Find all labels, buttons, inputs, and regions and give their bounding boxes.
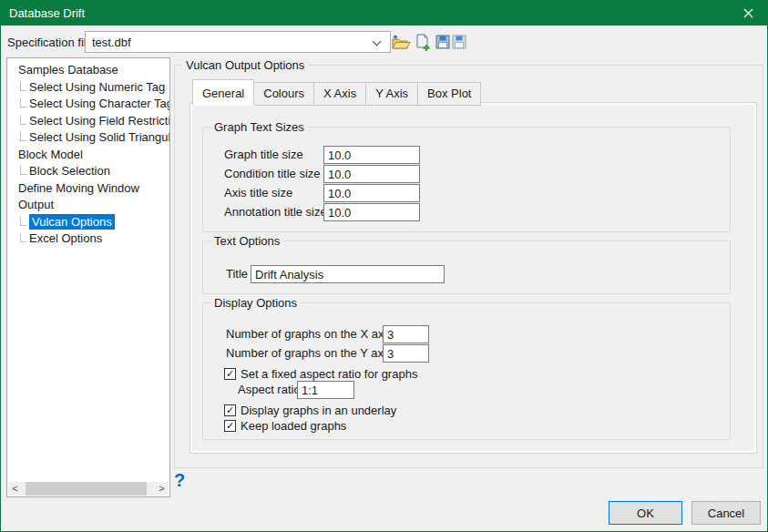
group-text-options: Text Options Title — [202, 240, 731, 294]
keep-loaded-label: Keep loaded graphs — [241, 419, 346, 433]
aspect-ratio-label: Aspect ratio — [238, 381, 301, 400]
tab-colours[interactable]: Colours — [254, 82, 314, 106]
scroll-left-arrow-icon[interactable]: < — [8, 482, 22, 496]
tree-item-select-solid-triangulation[interactable]: Select Using Solid Triangulation — [7, 129, 169, 147]
aspect-ratio-input[interactable] — [297, 381, 354, 399]
settings-tree-panel: Samples Database Select Using Numeric Ta… — [6, 57, 170, 497]
display-options-title: Display Options — [210, 296, 301, 310]
open-file-button[interactable] — [391, 32, 411, 52]
tree-horizontal-scrollbar[interactable]: < > — [8, 482, 169, 496]
save-icon — [435, 35, 450, 49]
spec-file-value: test.dbf — [92, 36, 131, 49]
fixed-aspect-checkbox[interactable]: ✓ — [224, 368, 236, 380]
check-icon: ✓ — [226, 421, 234, 431]
tab-x-axis[interactable]: X Axis — [314, 82, 366, 106]
tree-item-define-moving-window[interactable]: Define Moving Window — [7, 180, 169, 198]
text-options-title: Text Options — [210, 234, 283, 248]
x-graphs-input[interactable] — [383, 325, 429, 343]
database-drift-dialog: Database Drift Specification file (*.dpf… — [0, 0, 768, 532]
close-button[interactable] — [729, 1, 767, 26]
open-folder-icon — [392, 34, 411, 50]
scroll-right-arrow-icon[interactable]: > — [155, 482, 169, 496]
tree-item-block-selection[interactable]: Block Selection — [7, 163, 169, 180]
spec-file-combobox[interactable]: test.dbf — [85, 31, 391, 53]
tree-item-output[interactable]: Output — [7, 197, 169, 214]
graph-title-size-input[interactable] — [323, 146, 420, 164]
fixed-aspect-checkbox-row: ✓ Set a fixed aspect ratio for graphs — [224, 366, 417, 381]
tab-box-plot[interactable]: Box Plot — [418, 82, 481, 106]
x-graphs-label: Number of graphs on the X axis — [226, 325, 393, 344]
annotation-title-size-label: Annotation title size — [224, 203, 327, 222]
title-input[interactable] — [251, 265, 445, 283]
window-title: Database Drift — [9, 6, 85, 20]
scrollbar-track[interactable] — [22, 482, 155, 496]
keep-loaded-checkbox[interactable]: ✓ — [224, 420, 236, 432]
check-icon: ✓ — [226, 405, 234, 415]
axis-title-size-label: Axis title size — [224, 184, 292, 203]
tab-general[interactable]: General — [192, 79, 254, 106]
new-file-button[interactable] — [413, 32, 433, 52]
help-icon[interactable]: ? — [174, 470, 185, 491]
tree-item-select-field-restriction[interactable]: Select Using Field Restriction — [7, 113, 169, 130]
new-file-icon — [415, 34, 431, 51]
close-icon — [743, 8, 753, 18]
tree-item-select-character-tag[interactable]: Select Using Character Tag — [7, 96, 169, 113]
tree-item-samples-database[interactable]: Samples Database — [7, 62, 169, 79]
condition-title-size-input[interactable] — [323, 165, 420, 183]
axis-title-size-input[interactable] — [323, 184, 420, 202]
underlay-checkbox[interactable]: ✓ — [224, 404, 236, 416]
titlebar: Database Drift — [1, 1, 767, 26]
ok-button[interactable]: OK — [609, 501, 682, 525]
save-as-button[interactable] — [449, 32, 469, 52]
tree-item-block-model[interactable]: Block Model — [7, 147, 169, 164]
fixed-aspect-label: Set a fixed aspect ratio for graphs — [241, 367, 417, 381]
vulcan-output-options-title: Vulcan Output Options — [182, 58, 308, 72]
y-graphs-label: Number of graphs on the Y axis — [226, 344, 392, 363]
tree-item-vulcan-options[interactable]: Vulcan Options — [7, 214, 169, 231]
condition-title-size-label: Condition title size — [224, 165, 321, 184]
cancel-button[interactable]: Cancel — [691, 501, 761, 525]
title-label: Title — [226, 265, 248, 284]
tree-item-excel-options[interactable]: Excel Options — [7, 230, 169, 248]
annotation-title-size-input[interactable] — [323, 203, 420, 221]
y-graphs-input[interactable] — [383, 344, 429, 363]
check-icon: ✓ — [226, 369, 234, 379]
tree-item-select-numeric-tag[interactable]: Select Using Numeric Tag — [7, 79, 169, 97]
general-tab-page: Graph Text Sizes Graph title size Condit… — [189, 102, 757, 454]
keep-loaded-checkbox-row: ✓ Keep loaded graphs — [224, 418, 346, 433]
underlay-checkbox-row: ✓ Display graphs in an underlay — [224, 403, 396, 417]
save-as-icon — [452, 35, 466, 49]
group-display-options: Display Options Number of graphs on the … — [202, 302, 731, 440]
tab-y-axis[interactable]: Y Axis — [366, 82, 418, 106]
graph-title-size-label: Graph title size — [224, 146, 303, 165]
scrollbar-thumb[interactable] — [26, 482, 147, 496]
underlay-label: Display graphs in an underlay — [241, 404, 396, 417]
graph-text-sizes-title: Graph Text Sizes — [210, 120, 308, 134]
output-tabs: General Colours X Axis Y Axis Box Plot — [192, 82, 481, 106]
chevron-down-icon — [373, 37, 382, 46]
group-graph-text-sizes: Graph Text Sizes Graph title size Condit… — [202, 127, 731, 232]
settings-tree: Samples Database Select Using Numeric Ta… — [7, 58, 169, 248]
